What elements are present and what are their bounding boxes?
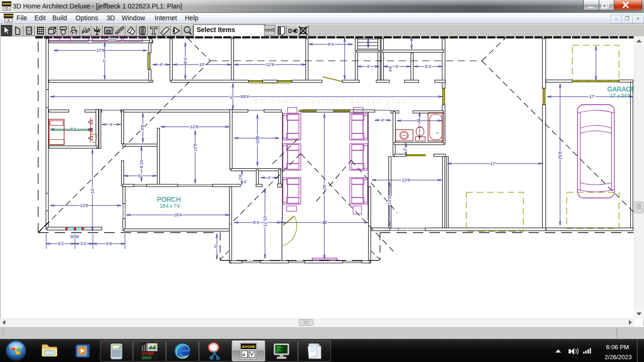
svg-text:6': 6' (138, 173, 141, 178)
svg-text:10'4: 10'4 (255, 136, 260, 144)
svg-text:26': 26' (322, 184, 327, 190)
svg-text:15': 15' (322, 220, 328, 225)
svg-text:4': 4' (244, 180, 247, 184)
svg-text:69'4: 69'4 (240, 94, 249, 99)
svg-text:5': 5' (213, 244, 218, 247)
svg-text:4': 4' (366, 64, 370, 69)
svg-text:18'4: 18'4 (173, 212, 182, 217)
svg-text:12'8: 12'8 (266, 62, 274, 67)
svg-text:7': 7' (102, 59, 107, 62)
svg-text:17' x 24'4: 17' x 24'4 (610, 93, 630, 99)
svg-text:8'4: 8'4 (70, 126, 76, 132)
svg-text:5': 5' (229, 95, 234, 99)
svg-text:12'10: 12'10 (262, 216, 267, 227)
svg-text:17': 17' (589, 94, 595, 99)
svg-text:4': 4' (159, 62, 163, 67)
svg-text:3'2: 3'2 (80, 241, 86, 246)
svg-text:6:06 PM: 6:06 PM (606, 344, 629, 351)
svg-text:6'10: 6'10 (139, 160, 144, 168)
svg-text:GARAGE: GARAGE (607, 85, 634, 93)
svg-text:10': 10' (199, 62, 205, 67)
svg-text:3036: 3036 (70, 234, 79, 239)
svg-text:12'8: 12'8 (190, 124, 198, 129)
svg-text:4': 4' (267, 175, 271, 180)
svg-text:2': 2' (402, 148, 407, 151)
svg-text:5'8: 5'8 (106, 241, 112, 246)
svg-text:14': 14' (90, 188, 95, 194)
svg-text:17': 17' (490, 161, 496, 166)
svg-text:2000: 2000 (142, 355, 151, 360)
svg-text:5': 5' (396, 64, 399, 69)
svg-text:2'6: 2'6 (238, 174, 243, 180)
svg-text:4': 4' (381, 117, 384, 123)
svg-text:3'6: 3'6 (140, 125, 145, 131)
svg-text:5'6: 5'6 (388, 66, 393, 72)
svg-text:8'4: 8'4 (182, 58, 188, 64)
svg-text:12'8: 12'8 (387, 196, 392, 205)
svg-text:5'2: 5'2 (425, 64, 431, 69)
svg-text:12'8: 12'8 (80, 203, 88, 208)
svg-text:2/26/2023: 2/26/2023 (604, 354, 632, 361)
svg-text:5'2: 5'2 (58, 241, 64, 246)
svg-text:3D HOME: 3D HOME (242, 345, 256, 349)
svg-text:17'6: 17'6 (96, 48, 105, 53)
svg-text:PORCH: PORCH (157, 196, 181, 203)
svg-text:3D Home Architect Deluxe plan: 3D Home Architect Deluxe plan (255, 99, 405, 105)
svg-text:18'4 x 7'4: 18'4 x 7'4 (160, 204, 180, 209)
svg-text:25'8: 25'8 (557, 151, 562, 160)
svg-text:8'4: 8'4 (328, 41, 333, 47)
svg-text:12'8: 12'8 (402, 177, 410, 182)
svg-text:12'8: 12'8 (192, 143, 198, 152)
svg-text:4': 4' (109, 122, 113, 127)
svg-text:8'4: 8'4 (253, 220, 259, 225)
